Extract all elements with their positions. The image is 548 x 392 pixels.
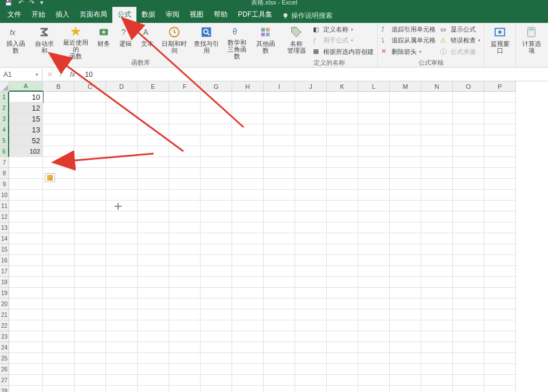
cell-N2[interactable]	[421, 103, 453, 113]
cell-I3[interactable]	[264, 113, 295, 124]
cell-L23[interactable]	[358, 331, 390, 342]
cell-I20[interactable]	[264, 299, 295, 309]
cell-D19[interactable]	[106, 288, 138, 299]
cell-H27[interactable]	[232, 375, 264, 386]
text-button[interactable]: A 文本	[136, 23, 158, 58]
cell-B20[interactable]	[43, 299, 75, 309]
cell-F23[interactable]	[169, 331, 201, 342]
cell-N10[interactable]	[421, 190, 453, 201]
cell-B19[interactable]	[43, 288, 75, 299]
cell-G4[interactable]	[201, 124, 232, 135]
cell-I26[interactable]	[264, 364, 295, 375]
tab-review[interactable]: 审阅	[161, 6, 185, 23]
cell-B5[interactable]	[43, 135, 75, 146]
cell-A16[interactable]	[9, 255, 43, 266]
cell-D22[interactable]	[106, 320, 138, 331]
cell-F17[interactable]	[169, 266, 201, 277]
cell-N1[interactable]	[421, 92, 453, 103]
cell-B18[interactable]	[43, 277, 75, 288]
tab-data[interactable]: 数据	[136, 6, 161, 23]
cell-I23[interactable]	[264, 331, 295, 342]
cell-L1[interactable]	[358, 92, 390, 103]
cell-J17[interactable]	[295, 266, 327, 277]
cell-E1[interactable]	[138, 92, 169, 103]
cell-M9[interactable]	[390, 179, 421, 190]
name-manager-button[interactable]: 名称 管理器	[282, 23, 311, 58]
cell-E12[interactable]	[138, 211, 169, 222]
cell-F25[interactable]	[169, 353, 201, 364]
autosum-button[interactable]: 自动求和	[30, 23, 58, 58]
cell-C15[interactable]	[75, 244, 106, 255]
cell-C6[interactable]	[75, 146, 106, 157]
cell-B21[interactable]	[43, 309, 75, 320]
cell-K20[interactable]	[327, 299, 358, 309]
cell-N23[interactable]	[421, 331, 453, 342]
column-header-B[interactable]: B	[43, 81, 75, 92]
cell-C19[interactable]	[75, 288, 106, 299]
cell-J4[interactable]	[295, 124, 327, 135]
cell-J11[interactable]	[295, 201, 327, 211]
cell-M16[interactable]	[390, 255, 421, 266]
cell-L17[interactable]	[358, 266, 390, 277]
cell-M7[interactable]	[390, 157, 421, 168]
cell-F16[interactable]	[169, 255, 201, 266]
cell-H16[interactable]	[232, 255, 264, 266]
cell-C5[interactable]	[75, 135, 106, 146]
cell-L2[interactable]	[358, 103, 390, 113]
cell-H13[interactable]	[232, 222, 264, 233]
cell-G9[interactable]	[201, 179, 232, 190]
cell-L19[interactable]	[358, 288, 390, 299]
cell-G15[interactable]	[201, 244, 232, 255]
cell-D9[interactable]	[106, 179, 138, 190]
cell-A18[interactable]	[9, 277, 43, 288]
cell-E21[interactable]	[138, 309, 169, 320]
cell-E24[interactable]	[138, 342, 169, 353]
cell-H1[interactable]	[232, 92, 264, 103]
cell-E15[interactable]	[138, 244, 169, 255]
cell-F13[interactable]	[169, 222, 201, 233]
cell-O11[interactable]	[453, 201, 484, 211]
cell-M26[interactable]	[390, 364, 421, 375]
cell-F5[interactable]	[169, 135, 201, 146]
cell-G28[interactable]	[201, 386, 232, 392]
cell-J27[interactable]	[295, 375, 327, 386]
cell-P19[interactable]	[484, 288, 516, 299]
cell-B6[interactable]	[43, 146, 75, 157]
cell-K10[interactable]	[327, 190, 358, 201]
cell-G20[interactable]	[201, 299, 232, 309]
row-header-22[interactable]: 22	[0, 320, 9, 331]
cell-G19[interactable]	[201, 288, 232, 299]
cell-L10[interactable]	[358, 190, 390, 201]
cell-N22[interactable]	[421, 320, 453, 331]
cell-I8[interactable]	[264, 168, 295, 179]
row-header-3[interactable]: 3	[0, 113, 9, 124]
cell-I9[interactable]	[264, 179, 295, 190]
cell-K5[interactable]	[327, 135, 358, 146]
cell-B16[interactable]	[43, 255, 75, 266]
show-formulas-item[interactable]: ▭显示公式	[440, 25, 480, 35]
cell-L26[interactable]	[358, 364, 390, 375]
cell-D1[interactable]	[106, 92, 138, 103]
cell-F21[interactable]	[169, 309, 201, 320]
row-header-18[interactable]: 18	[0, 277, 9, 288]
cell-H2[interactable]	[232, 103, 264, 113]
cell-N3[interactable]	[421, 113, 453, 124]
cell-E17[interactable]	[138, 266, 169, 277]
cell-C23[interactable]	[75, 331, 106, 342]
cell-L20[interactable]	[358, 299, 390, 309]
cell-A19[interactable]	[9, 288, 43, 299]
cell-E20[interactable]	[138, 299, 169, 309]
cell-E28[interactable]	[138, 386, 169, 392]
cell-A10[interactable]	[9, 190, 43, 201]
cell-L7[interactable]	[358, 157, 390, 168]
cell-D17[interactable]	[106, 266, 138, 277]
cell-P14[interactable]	[484, 233, 516, 244]
cell-D26[interactable]	[106, 364, 138, 375]
cell-N14[interactable]	[421, 233, 453, 244]
cell-K23[interactable]	[327, 331, 358, 342]
cell-M8[interactable]	[390, 168, 421, 179]
cell-D5[interactable]	[106, 135, 138, 146]
cell-F19[interactable]	[169, 288, 201, 299]
cell-H10[interactable]	[232, 190, 264, 201]
cell-F18[interactable]	[169, 277, 201, 288]
